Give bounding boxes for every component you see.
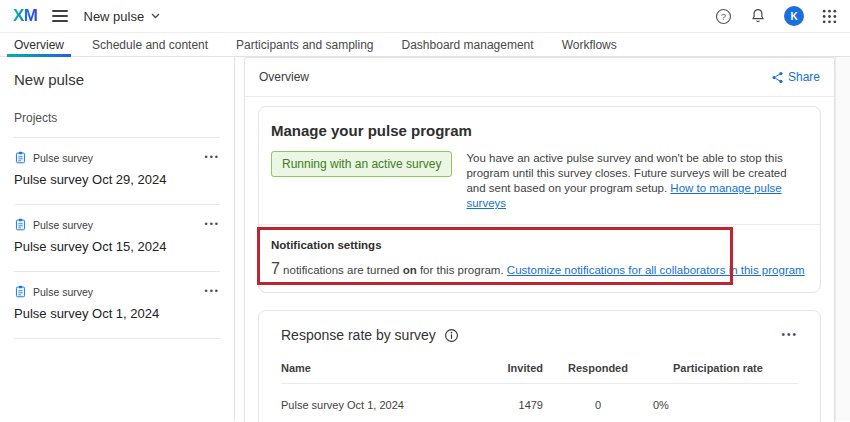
notification-state: on — [403, 264, 417, 276]
program-description: You have an active pulse survey and won'… — [466, 151, 808, 211]
help-icon: ? — [715, 8, 732, 25]
project-switcher[interactable]: New pulse — [84, 9, 161, 24]
notification-count: 7 — [271, 260, 280, 277]
sidebar: New pulse Projects Pulse survey ••• Puls… — [0, 57, 235, 421]
svg-text:?: ? — [721, 10, 726, 21]
project-type-label: Pulse survey — [33, 219, 93, 231]
cell-responded: 0 — [543, 399, 653, 411]
help-button[interactable]: ? — [715, 8, 732, 25]
chevron-down-icon — [151, 13, 160, 19]
project-title: Pulse survey Oct 29, 2024 — [14, 172, 220, 187]
avatar[interactable]: K — [784, 6, 804, 26]
col-header-invited: Invited — [478, 362, 543, 374]
notification-settings-title: Notification settings — [271, 239, 808, 251]
customize-notifications-link[interactable]: Customize notifications for all collabor… — [507, 264, 805, 276]
cell-invited: 1479 — [478, 399, 543, 411]
notification-summary: 7 notifications are turned on for this p… — [271, 260, 808, 278]
manage-card-title: Manage your pulse program — [271, 122, 808, 139]
table-row[interactable]: Pulse survey Oct 1, 2024 1479 0 0% — [281, 384, 798, 422]
project-more-button[interactable]: ••• — [205, 287, 220, 296]
table-header-row: Name Invited Responded Participation rat… — [281, 353, 798, 384]
project-title: Pulse survey Oct 1, 2024 — [14, 306, 220, 321]
project-more-button[interactable]: ••• — [205, 153, 220, 162]
col-header-participation-rate: Participation rate — [653, 362, 798, 374]
share-label: Share — [788, 70, 820, 84]
scrollbar[interactable] — [835, 57, 850, 421]
tab-overview[interactable]: Overview — [0, 33, 78, 56]
hamburger-menu-icon[interactable] — [52, 10, 68, 22]
share-icon — [771, 71, 784, 84]
panel-title: Overview — [259, 70, 309, 84]
apps-menu-button[interactable] — [822, 9, 837, 24]
status-badge: Running with an active survey — [271, 151, 452, 177]
notification-text-after: for this program. — [417, 264, 507, 276]
project-name: New pulse — [84, 9, 145, 24]
info-icon[interactable] — [444, 328, 459, 343]
tab-schedule-and-content[interactable]: Schedule and content — [78, 33, 222, 56]
notification-text: notifications are turned — [280, 264, 403, 276]
project-more-button[interactable]: ••• — [205, 220, 220, 229]
tab-workflows[interactable]: Workflows — [548, 33, 631, 56]
response-rate-title: Response rate by survey — [281, 327, 436, 343]
tab-dashboard-management[interactable]: Dashboard management — [388, 33, 548, 56]
project-type-label: Pulse survey — [33, 152, 93, 164]
card-more-button[interactable]: ••• — [781, 330, 798, 340]
pulse-survey-icon — [14, 218, 27, 231]
notification-settings-section: Notification settings 7 notifications ar… — [271, 225, 808, 292]
waffle-grid-icon — [822, 9, 837, 24]
response-rate-card: Response rate by survey ••• Name Invited… — [258, 310, 821, 422]
sidebar-title: New pulse — [14, 71, 220, 88]
pulse-survey-icon — [14, 151, 27, 164]
main-area: Overview Share Manage your pulse program… — [235, 57, 850, 421]
project-item-oct-29[interactable]: Pulse survey ••• Pulse survey Oct 29, 20… — [14, 138, 220, 205]
projects-section-label: Projects — [14, 111, 220, 138]
project-item-oct-1[interactable]: Pulse survey ••• Pulse survey Oct 1, 202… — [14, 272, 220, 339]
tab-participants-and-sampling[interactable]: Participants and sampling — [222, 33, 387, 56]
cell-participation-rate: 0% — [653, 399, 798, 411]
project-title: Pulse survey Oct 15, 2024 — [14, 239, 220, 254]
notifications-button[interactable] — [750, 8, 766, 24]
overview-panel: Overview Share Manage your pulse program… — [244, 57, 835, 422]
share-button[interactable]: Share — [771, 70, 820, 84]
pulse-survey-icon — [14, 285, 27, 298]
manage-program-card: Manage your pulse program Running with a… — [258, 106, 821, 293]
project-type-label: Pulse survey — [33, 286, 93, 298]
bell-icon — [750, 8, 766, 24]
tab-bar: Overview Schedule and content Participan… — [0, 33, 850, 57]
col-header-responded: Responded — [543, 362, 653, 374]
top-bar: XM New pulse ? K — [0, 0, 850, 33]
col-header-name: Name — [281, 362, 478, 374]
xm-logo: XM — [13, 6, 38, 26]
project-item-oct-15[interactable]: Pulse survey ••• Pulse survey Oct 15, 20… — [14, 205, 220, 272]
cell-name: Pulse survey Oct 1, 2024 — [281, 399, 478, 411]
